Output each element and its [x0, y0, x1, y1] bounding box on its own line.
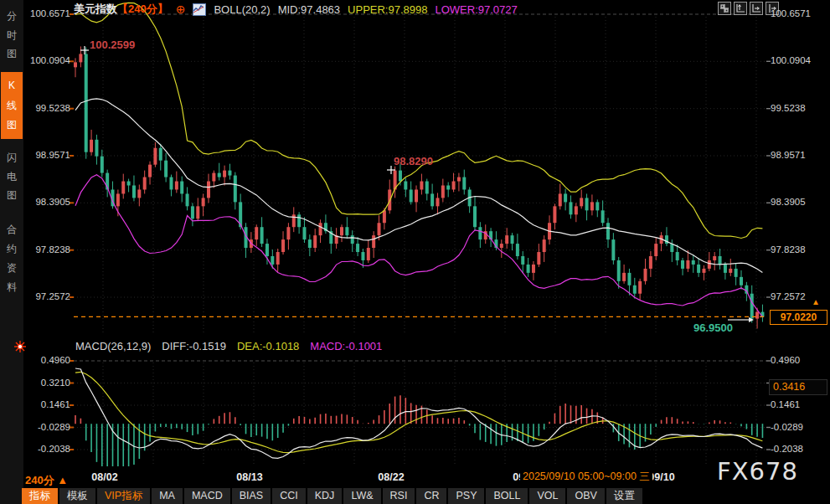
macd-name: MACD(26,12,9) — [75, 340, 151, 352]
period-label: 【240分】 — [117, 3, 168, 15]
macd-header: MACD(26,12,9) DIFF:-0.1519 DEA:-0.1018 M… — [75, 340, 382, 352]
toolbar-item-MA[interactable]: MA — [152, 488, 183, 504]
sidebar-tab-char: 合 — [7, 224, 17, 235]
sidebar-tab-char: 线 — [7, 100, 17, 111]
price-tick-label: 98.9571 — [22, 150, 70, 160]
macd-tick-label: -0.2038 — [771, 444, 829, 454]
toolbar-item-指标[interactable]: 指标 — [22, 488, 58, 504]
macd-tick-label: 0.4960 — [22, 355, 70, 365]
move-crosshair-icon[interactable] — [718, 2, 731, 15]
boll-upper-value: UPPER:97.8998 — [348, 3, 427, 16]
macd-tick-label: 0.3210 — [22, 378, 70, 388]
macd-tick-label: 0.1461 — [22, 399, 70, 409]
sidebar-tab-char: K — [8, 80, 15, 91]
symbol-name: 美元指数【240分】 — [74, 2, 168, 17]
price-tick-label: 97.8238 — [771, 244, 829, 255]
toolbar-item-KDJ[interactable]: KDJ — [307, 488, 343, 504]
sidebar-tab-char: 料 — [7, 282, 17, 293]
price-tick-label: 99.5238 — [22, 103, 70, 113]
swing-high-annotation: 100.2599 — [90, 39, 135, 51]
toolbar-item-VIP指标[interactable]: VIP指标 — [97, 488, 150, 504]
mini-chart-icon[interactable] — [193, 3, 206, 16]
macd-dea-value: DEA:-0.1018 — [237, 340, 299, 352]
price-tick-label: 97.2572 — [771, 291, 829, 301]
toolbar-item-LW&[interactable]: LW& — [343, 488, 380, 504]
price-tick-label: 100.6571 — [771, 8, 829, 18]
toolbar-item-PSY[interactable]: PSY — [448, 488, 484, 504]
boll-lower-value: LOWER:97.0727 — [435, 3, 517, 16]
indicator-settings-icon[interactable] — [14, 341, 26, 352]
macd-tick-label: 0.4960 — [771, 355, 829, 365]
toolbar-item-模板[interactable]: 模板 — [59, 488, 95, 504]
price-tick-label: 97.8238 — [22, 244, 70, 255]
price-tick-label: 98.3905 — [771, 197, 829, 207]
sidebar-tab-char: 分 — [7, 11, 17, 22]
date-label: 08/22 — [358, 471, 425, 483]
local-high-annotation: 98.8290 — [394, 155, 433, 167]
chart-canvas — [0, 0, 830, 504]
date-label: 08/13 — [216, 471, 283, 483]
macd-tick-label: -0.2038 — [22, 444, 70, 454]
toolbar-item-MACD[interactable]: MACD — [184, 488, 230, 504]
price-tick-label: 100.0904 — [22, 55, 70, 65]
toolbar-item-VOL[interactable]: VOL — [529, 488, 565, 504]
date-label: 08/02 — [71, 471, 138, 483]
sidebar-tab-char: 图 — [7, 190, 17, 201]
sidebar-tab-char: 电 — [7, 172, 17, 183]
sidebar-tab-1[interactable]: 分时图 — [1, 3, 23, 67]
boll-mid-value: MID:97.4863 — [278, 3, 340, 16]
price-tick-label: 99.5238 — [771, 103, 829, 113]
last-price-arrow-icon: ▲ — [812, 297, 820, 306]
sidebar: 分时图K线图闪电图合约资料 — [0, 0, 23, 504]
zoom-x-axis-icon[interactable] — [750, 2, 763, 15]
chart-header: 美元指数【240分】 ⊕ BOLL(20,2) MID:97.4863 UPPE… — [74, 3, 518, 16]
sidebar-tab-char: 图 — [7, 120, 17, 131]
price-tick-label: 100.0904 — [771, 55, 829, 65]
bottom-toolbar: 指标模板VIP指标MAMACDBIASCCIKDJLW&RSICRPSYBOLL… — [22, 488, 642, 504]
period-selector[interactable]: 240分 ▲ — [25, 473, 68, 488]
toolbar-item-设置[interactable]: 设置 — [606, 488, 642, 504]
sidebar-tab-char: 闪 — [7, 152, 17, 163]
toolbar-item-CR[interactable]: CR — [416, 488, 446, 504]
macd-tick-label: -0.0289 — [771, 422, 829, 432]
trading-app: 分时图K线图闪电图合约资料 美元指数【240分】 ⊕ BOLL(20,2) MI… — [0, 0, 830, 504]
macd-macd-value: MACD:-0.1001 — [310, 340, 382, 352]
boll-indicator-label: BOLL(20,2) — [214, 3, 270, 16]
zoom-y-axis-icon[interactable] — [734, 2, 747, 15]
toolbar-item-BOLL[interactable]: BOLL — [486, 488, 528, 504]
toolbar-item-CCI[interactable]: CCI — [272, 488, 306, 504]
sidebar-tab-2[interactable]: K线图 — [1, 72, 23, 139]
macd-tick-label: -0.0289 — [22, 422, 70, 432]
price-tick-label: 97.2572 — [22, 291, 70, 301]
price-tick-label: 100.6571 — [22, 8, 70, 18]
last-price-box: 97.0220 — [770, 310, 827, 325]
swing-low-annotation: 96.9500 — [693, 321, 733, 334]
price-tick-label: 98.3905 — [22, 197, 70, 207]
toolbar-item-OBV[interactable]: OBV — [567, 488, 604, 504]
price-tick-label: 98.9571 — [771, 150, 829, 160]
sidebar-tab-char: 约 — [7, 244, 17, 255]
sidebar-tab-3[interactable]: 闪电图 — [1, 144, 23, 209]
sidebar-tab-char: 资 — [7, 263, 17, 274]
time-tooltip: 2025/09/10 05:00~09:00 三 — [520, 470, 652, 484]
macd-tick-label: 0.1461 — [771, 399, 829, 409]
add-compare-icon[interactable]: ⊕ — [176, 3, 186, 15]
macd-diff-value: DIFF:-0.1519 — [162, 340, 226, 352]
watermark: FX678 — [717, 457, 798, 486]
sidebar-tab-char: 时 — [7, 30, 17, 41]
sidebar-tab-char: 图 — [7, 49, 17, 59]
symbol-label: 美元指数 — [74, 3, 117, 15]
macd-cursor-value-box: 0.3416 — [769, 379, 827, 395]
sidebar-tab-4[interactable]: 合约资料 — [1, 216, 23, 301]
toolbar-item-BIAS[interactable]: BIAS — [232, 488, 271, 504]
toolbar-item-RSI[interactable]: RSI — [383, 488, 415, 504]
